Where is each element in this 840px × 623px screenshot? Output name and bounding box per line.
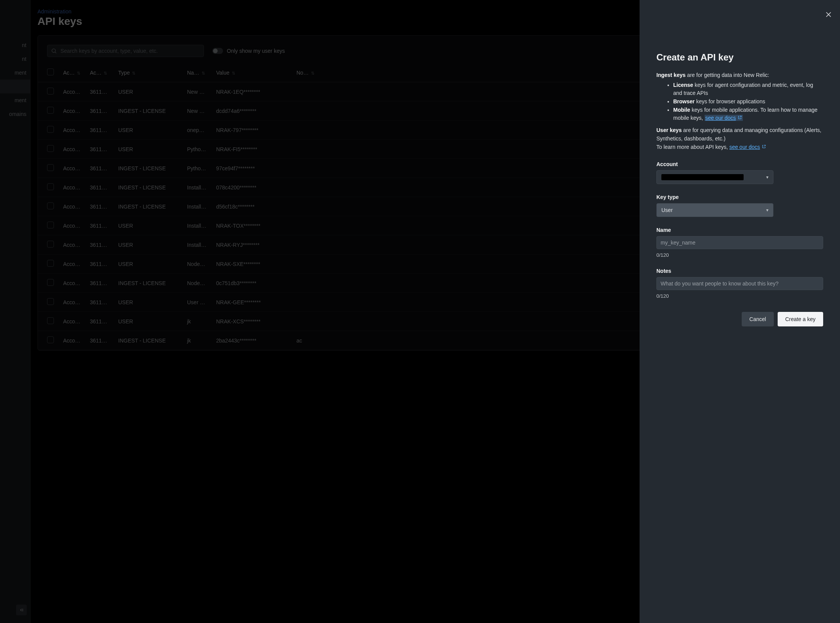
cancel-button[interactable]: Cancel [742, 312, 774, 326]
name-counter: 0/120 [656, 252, 823, 258]
close-icon[interactable] [824, 10, 833, 19]
user-keys-para: User keys are for querying data and mana… [656, 126, 823, 151]
keytype-select[interactable]: User ▾ [656, 203, 773, 217]
ingest-list: License keys for agent configuration and… [673, 81, 823, 122]
notes-label: Notes [656, 268, 823, 274]
chevron-down-icon: ▾ [766, 207, 768, 213]
api-keys-docs-link[interactable]: see our docs [729, 144, 766, 150]
account-select[interactable]: Account: 3611… - Account 3611… ▾ [656, 170, 773, 184]
chevron-down-icon: ▾ [766, 175, 768, 180]
notes-input[interactable] [656, 277, 823, 290]
create-key-button[interactable]: Create a key [778, 312, 823, 326]
drawer-title: Create an API key [656, 52, 823, 63]
external-icon [737, 115, 742, 120]
keytype-select-value: User [661, 207, 673, 213]
account-label: Account [656, 161, 823, 167]
name-input[interactable] [656, 236, 823, 249]
ingest-intro: Ingest keys are for getting data into Ne… [656, 71, 823, 80]
account-select-value: Account: 3611… - Account 3611… [661, 174, 744, 180]
name-label: Name [656, 227, 823, 233]
create-key-drawer: Create an API key Ingest keys are for ge… [640, 0, 840, 623]
external-icon [762, 144, 766, 149]
notes-counter: 0/120 [656, 293, 823, 299]
mobile-docs-link[interactable]: see our docs [705, 115, 743, 121]
keytype-label: Key type [656, 194, 823, 200]
